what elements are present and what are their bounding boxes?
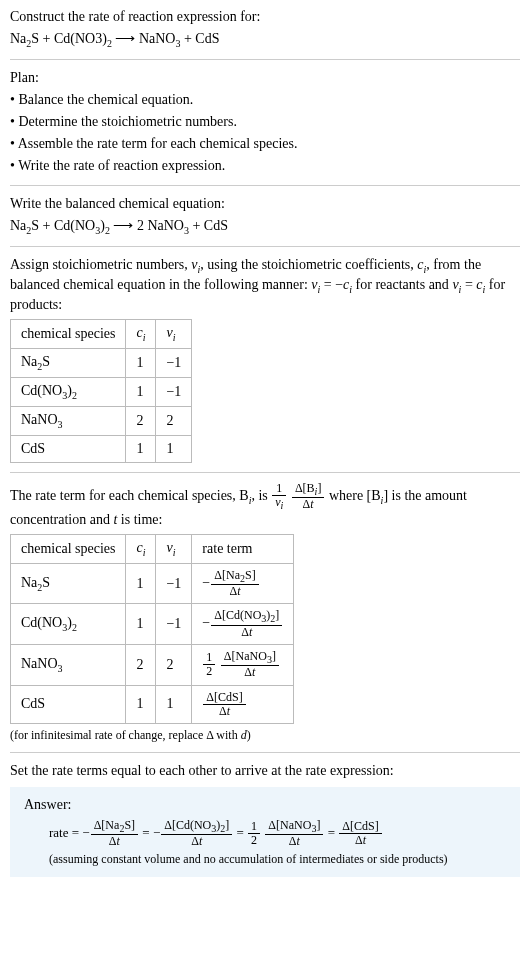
table-row: CdS11: [11, 435, 192, 462]
cell-species: Na2S: [11, 349, 126, 378]
plan-item: • Balance the chemical equation.: [10, 91, 520, 110]
cell-rateterm: 12 Δ[NaNO3]Δt: [192, 644, 294, 685]
set-equal-text: Set the rate terms equal to each other t…: [10, 762, 520, 781]
cell-ci: 1: [126, 435, 156, 462]
balanced-equation: Na2S + Cd(NO3)2 ⟶ 2 NaNO3 + CdS: [10, 217, 520, 237]
cell-vi: −1: [156, 604, 192, 645]
table-row: Cd(NO3)2 1 −1 −Δ[Cd(NO3)2]Δt: [11, 604, 294, 645]
plan-item-text: Balance the chemical equation.: [18, 92, 193, 107]
answer-box: Answer: rate = −Δ[Na2S]Δt = −Δ[Cd(NO3)2]…: [10, 787, 520, 878]
header-section: Construct the rate of reaction expressio…: [10, 8, 520, 50]
col-rateterm: rate term: [192, 534, 294, 563]
col-ci: ci: [126, 320, 156, 349]
col-species: chemical species: [11, 534, 126, 563]
answer-label: Answer:: [24, 797, 506, 813]
divider: [10, 752, 520, 753]
balanced-section: Write the balanced chemical equation: Na…: [10, 195, 520, 237]
plan-title: Plan:: [10, 69, 520, 88]
cell-vi: −1: [156, 349, 192, 378]
cell-rateterm: −Δ[Na2S]Δt: [192, 563, 294, 604]
table-row: Cd(NO3)21−1: [11, 377, 192, 406]
plan-item: • Determine the stoichiometric numbers.: [10, 113, 520, 132]
cell-vi: −1: [156, 563, 192, 604]
infinitesimal-note: (for infinitesimal rate of change, repla…: [10, 728, 520, 743]
table-header-row: chemical species ci νi: [11, 320, 192, 349]
cell-ci: 1: [126, 349, 156, 378]
answer-expression: rate = −Δ[Na2S]Δt = −Δ[Cd(NO3)2]Δt = 12 …: [49, 819, 506, 849]
unbalanced-equation: Na2S + Cd(NO3)2 ⟶ NaNO3 + CdS: [10, 30, 520, 50]
cell-rateterm: Δ[CdS]Δt: [192, 685, 294, 723]
cell-ci: 2: [126, 644, 156, 685]
rateterm-intro-pre: The rate term for each chemical species,…: [10, 488, 271, 503]
divider: [10, 246, 520, 247]
fraction: 1νi: [272, 482, 286, 512]
plan-item-text: Assemble the rate term for each chemical…: [18, 136, 298, 151]
final-section: Set the rate terms equal to each other t…: [10, 762, 520, 877]
table-row: CdS 1 1 Δ[CdS]Δt: [11, 685, 294, 723]
table-header-row: chemical species ci νi rate term: [11, 534, 294, 563]
fraction: Δ[Bi]Δt: [292, 482, 325, 512]
plan-item-text: Write the rate of reaction expression.: [18, 158, 225, 173]
plan-item-text: Determine the stoichiometric numbers.: [18, 114, 237, 129]
stoich-table: chemical species ci νi Na2S1−1 Cd(NO3)21…: [10, 319, 192, 462]
cell-vi: 2: [156, 406, 192, 435]
cell-species: Na2S: [11, 563, 126, 604]
table-row: Na2S1−1: [11, 349, 192, 378]
table-row: NaNO322: [11, 406, 192, 435]
stoich-intro: Assign stoichiometric numbers, νi, using…: [10, 256, 520, 315]
divider: [10, 472, 520, 473]
cell-rateterm: −Δ[Cd(NO3)2]Δt: [192, 604, 294, 645]
cell-ci: 1: [126, 685, 156, 723]
table-row: NaNO3 2 2 12 Δ[NaNO3]Δt: [11, 644, 294, 685]
cell-species: Cd(NO3)2: [11, 604, 126, 645]
answer-note: (assuming constant volume and no accumul…: [49, 852, 506, 867]
cell-ci: 2: [126, 406, 156, 435]
col-ci: ci: [126, 534, 156, 563]
cell-vi: 1: [156, 685, 192, 723]
divider: [10, 59, 520, 60]
balanced-title: Write the balanced chemical equation:: [10, 195, 520, 214]
cell-species: NaNO3: [11, 644, 126, 685]
cell-ci: 1: [126, 377, 156, 406]
cell-vi: 1: [156, 435, 192, 462]
col-species: chemical species: [11, 320, 126, 349]
cell-vi: −1: [156, 377, 192, 406]
divider: [10, 185, 520, 186]
col-vi: νi: [156, 320, 192, 349]
cell-species: NaNO3: [11, 406, 126, 435]
cell-species: CdS: [11, 435, 126, 462]
cell-species: Cd(NO3)2: [11, 377, 126, 406]
rateterm-table: chemical species ci νi rate term Na2S 1 …: [10, 534, 294, 724]
cell-ci: 1: [126, 563, 156, 604]
table-row: Na2S 1 −1 −Δ[Na2S]Δt: [11, 563, 294, 604]
rateterm-section: The rate term for each chemical species,…: [10, 482, 520, 743]
cell-ci: 1: [126, 604, 156, 645]
plan-item: • Assemble the rate term for each chemic…: [10, 135, 520, 154]
rateterm-intro: The rate term for each chemical species,…: [10, 482, 520, 530]
stoich-section: Assign stoichiometric numbers, νi, using…: [10, 256, 520, 463]
cell-species: CdS: [11, 685, 126, 723]
prompt-text: Construct the rate of reaction expressio…: [10, 8, 520, 27]
cell-vi: 2: [156, 644, 192, 685]
plan-section: Plan: • Balance the chemical equation. •…: [10, 69, 520, 175]
plan-item: • Write the rate of reaction expression.: [10, 157, 520, 176]
col-vi: νi: [156, 534, 192, 563]
